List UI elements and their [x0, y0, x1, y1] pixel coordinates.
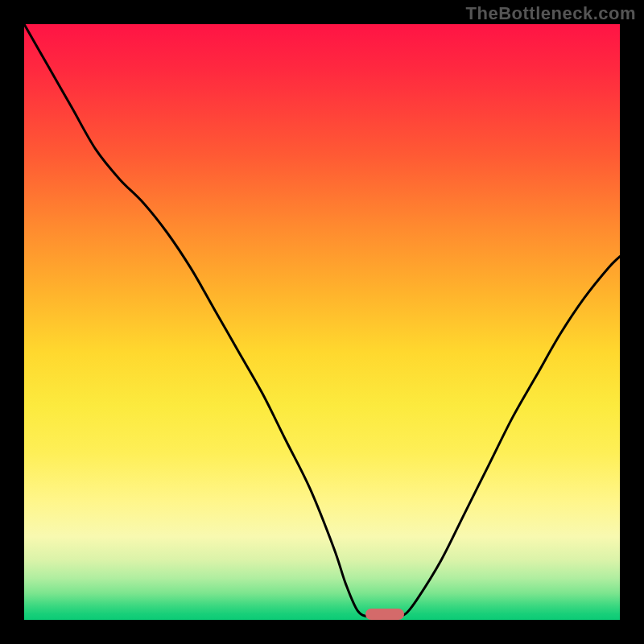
plot-area: [24, 24, 620, 620]
optimal-marker: [365, 609, 404, 620]
bottleneck-curve: [24, 24, 620, 620]
chart-frame: TheBottleneck.com: [0, 0, 644, 644]
watermark-text: TheBottleneck.com: [466, 3, 636, 24]
curve-path: [24, 24, 620, 617]
